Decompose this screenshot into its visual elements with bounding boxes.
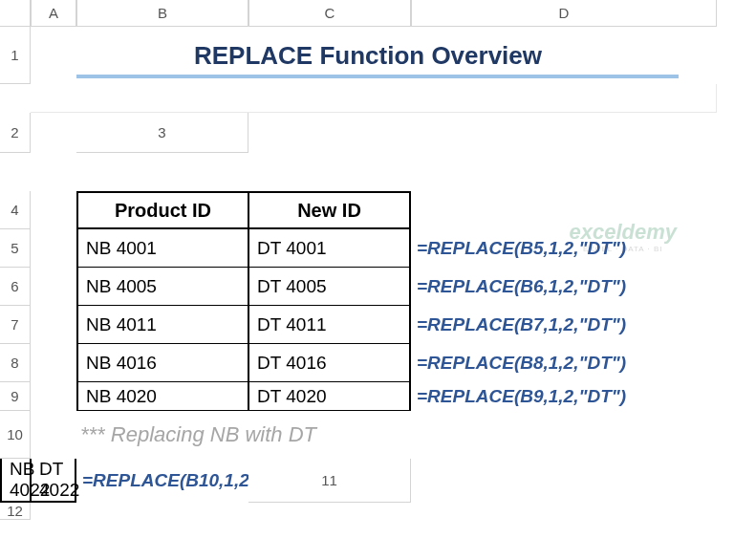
spreadsheet-grid: A B C D 1 2 REPLACE Function Overview 3 … xyxy=(0,0,734,520)
table-row[interactable]: DT 4022 xyxy=(31,459,76,503)
row-header-4[interactable]: 4 xyxy=(0,191,31,229)
formula-cell[interactable]: =REPLACE(B6,1,2,"DT") xyxy=(411,268,717,306)
row-header-1[interactable]: 1 xyxy=(0,27,31,84)
table-row[interactable]: DT 4020 xyxy=(248,382,411,411)
cell-a6[interactable] xyxy=(31,268,76,306)
table-row[interactable]: NB 4005 xyxy=(76,268,248,306)
table-row[interactable]: NB 4001 xyxy=(76,229,248,268)
row-header-11[interactable]: 11 xyxy=(248,459,411,503)
row-header-6[interactable]: 6 xyxy=(0,268,31,306)
table-header-product-id[interactable]: Product ID xyxy=(76,191,248,229)
cell-row3[interactable] xyxy=(31,153,717,191)
row-header-5[interactable]: 5 xyxy=(0,229,31,268)
col-header-a[interactable]: A xyxy=(31,0,76,27)
table-row[interactable]: DT 4016 xyxy=(248,344,411,382)
cell-a1[interactable] xyxy=(31,84,717,113)
title-underline xyxy=(76,75,679,78)
formula-cell[interactable]: =REPLACE(B8,1,2,"DT") xyxy=(411,344,717,382)
cell-a5[interactable] xyxy=(31,229,76,268)
cell-a12[interactable] xyxy=(31,503,76,520)
formula-cell[interactable]: =REPLACE(B5,1,2,"DT") xyxy=(411,229,717,268)
table-row[interactable]: NB 4011 xyxy=(76,306,248,344)
table-row[interactable]: NB 4016 xyxy=(76,344,248,382)
table-row[interactable]: DT 4011 xyxy=(248,306,411,344)
row-header-3[interactable]: 3 xyxy=(76,113,248,153)
table-row[interactable]: NB 4020 xyxy=(76,382,248,411)
table-row[interactable]: DT 4001 xyxy=(248,229,411,268)
formula-cell[interactable]: =REPLACE(B7,1,2,"DT") xyxy=(411,306,717,344)
col-header-d[interactable]: D xyxy=(411,0,717,27)
cell-a2[interactable] xyxy=(31,113,76,153)
cell-a4[interactable] xyxy=(31,191,76,229)
row-header-12[interactable]: 12 xyxy=(0,503,31,520)
row-header-8[interactable]: 8 xyxy=(0,344,31,382)
cell-a7[interactable] xyxy=(31,306,76,344)
table-header-new-id[interactable]: New ID xyxy=(248,191,411,229)
cell-a8[interactable] xyxy=(31,344,76,382)
row-header-7[interactable]: 7 xyxy=(0,306,31,344)
row-header-2[interactable]: 2 xyxy=(0,113,31,153)
row-header-10[interactable]: 10 xyxy=(0,411,31,459)
table-row[interactable]: NB 4022 xyxy=(0,459,31,503)
col-header-c[interactable]: C xyxy=(248,0,411,27)
cell-a9[interactable] xyxy=(31,382,76,411)
page-title: REPLACE Function Overview xyxy=(76,27,717,84)
formula-cell[interactable]: =REPLACE(B9,1,2,"DT") xyxy=(411,382,717,411)
table-row[interactable]: DT 4005 xyxy=(248,268,411,306)
formula-cell[interactable]: =REPLACE(B10,1,2,"DT") xyxy=(76,459,248,503)
title-text: REPLACE Function Overview xyxy=(194,41,542,71)
col-header-b[interactable]: B xyxy=(76,0,248,27)
grid-corner xyxy=(0,0,31,27)
cell-d4[interactable] xyxy=(411,191,717,229)
row-header-9[interactable]: 9 xyxy=(0,382,31,411)
note-text: *** Replacing NB with DT xyxy=(76,411,717,459)
cell-a10[interactable] xyxy=(31,411,76,459)
